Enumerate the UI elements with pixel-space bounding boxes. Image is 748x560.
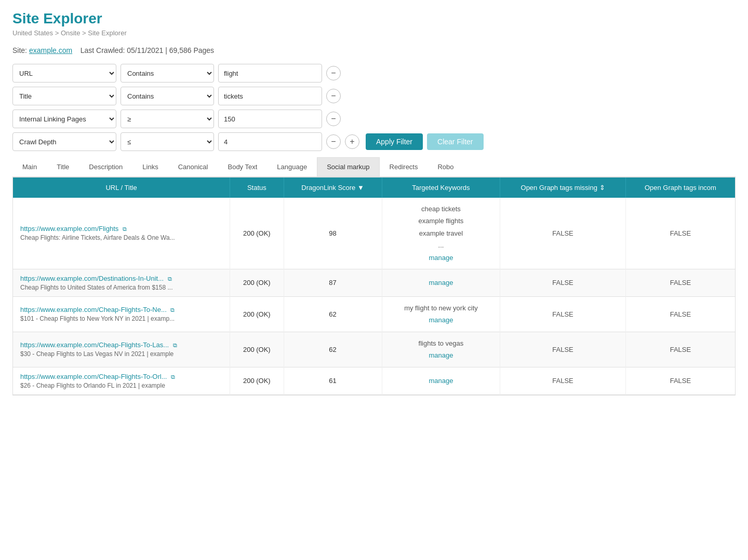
filter-row-3: URL Title Description H1 Word Count Inte… — [12, 110, 736, 128]
tabs-bar: Main Title Description Links Canonical B… — [12, 157, 736, 177]
page-desc-1: Cheap Flights: Airline Tickets, Airfare … — [20, 234, 222, 241]
filter-remove-2[interactable]: − — [326, 89, 341, 103]
og-incom-4: FALSE — [625, 332, 735, 367]
manage-link-1[interactable]: manage — [429, 254, 453, 262]
score-3: 62 — [284, 296, 382, 332]
score-5: 61 — [284, 367, 382, 394]
manage-link-4[interactable]: manage — [429, 351, 453, 359]
table-row: https://www.example.com/Flights ⧉ Cheap … — [13, 198, 735, 269]
tab-social-markup[interactable]: Social markup — [317, 157, 379, 176]
filter-field-1[interactable]: URL Title Description H1 Word Count Inte… — [12, 64, 116, 83]
filter-operator-2[interactable]: Contains Does Not Contain Equals Starts … — [121, 87, 214, 105]
og-incom-2: FALSE — [625, 269, 735, 296]
url-link-4[interactable]: https://www.example.com/Cheap-Flights-To… — [20, 341, 169, 349]
sort-score-icon: ▼ — [357, 184, 364, 192]
keywords-2: manage — [382, 269, 500, 296]
page-desc-5: $26 - Cheap Flights to Orlando FL in 202… — [20, 382, 222, 389]
url-link-3[interactable]: https://www.example.com/Cheap-Flights-To… — [20, 306, 167, 313]
results-table-container: URL / Title Status DragonLink Score ▼ Ta… — [12, 177, 736, 395]
page-desc-3: $101 - Cheap Flights to New York NY in 2… — [20, 315, 222, 322]
tab-redirects[interactable]: Redirects — [380, 157, 428, 176]
og-incom-3: FALSE — [625, 296, 735, 332]
filter-operator-3[interactable]: ≥ ≤ = > < — [121, 110, 214, 128]
table-row: https://www.example.com/Destinations-In-… — [13, 269, 735, 296]
external-icon-3: ⧉ — [170, 307, 175, 313]
manage-link-2[interactable]: manage — [429, 279, 453, 286]
results-table: URL / Title Status DragonLink Score ▼ Ta… — [13, 177, 735, 395]
breadcrumb: United States > Onsite > Site Explorer — [12, 29, 736, 37]
filter-field-4[interactable]: URL Title Description H1 Word Count Inte… — [12, 132, 116, 151]
sort-og-icon: ⇕ — [599, 184, 605, 192]
site-info: Site: example.com Last Crawled: 05/11/20… — [12, 46, 736, 54]
filter-remove-1[interactable]: − — [326, 66, 341, 80]
keywords-4: flights to vegas manage — [382, 332, 500, 367]
keywords-5: manage — [382, 367, 500, 394]
page-desc-2: Cheap Flights to United States of Americ… — [20, 284, 222, 291]
status-2: 200 (OK) — [230, 269, 284, 296]
site-url-link[interactable]: example.com — [29, 46, 72, 54]
filter-add-button[interactable]: + — [345, 134, 359, 149]
og-missing-1: FALSE — [500, 198, 626, 269]
external-icon-4: ⧉ — [173, 342, 177, 348]
tab-robots[interactable]: Robo — [428, 157, 463, 176]
tab-description[interactable]: Description — [79, 157, 132, 176]
filter-field-3[interactable]: URL Title Description H1 Word Count Inte… — [12, 110, 116, 128]
page-title: Site Explorer — [12, 10, 736, 27]
status-5: 200 (OK) — [230, 367, 284, 394]
col-header-og-missing[interactable]: Open Graph tags missing ⇕ — [500, 177, 626, 198]
tab-canonical[interactable]: Canonical — [168, 157, 218, 176]
keywords-1: cheap ticketsexample flightsexample trav… — [382, 198, 500, 269]
table-row: https://www.example.com/Cheap-Flights-To… — [13, 332, 735, 367]
manage-link-3[interactable]: manage — [429, 316, 453, 324]
col-header-status: Status — [230, 177, 284, 198]
table-row: https://www.example.com/Cheap-Flights-To… — [13, 296, 735, 332]
status-1: 200 (OK) — [230, 198, 284, 269]
tab-links[interactable]: Links — [132, 157, 168, 176]
external-icon-5: ⧉ — [171, 374, 175, 380]
og-incom-5: FALSE — [625, 367, 735, 394]
filter-value-2[interactable] — [218, 87, 322, 105]
filter-operator-1[interactable]: Contains Does Not Contain Equals Starts … — [121, 64, 214, 83]
og-missing-4: FALSE — [500, 332, 626, 367]
score-1: 98 — [284, 198, 382, 269]
col-header-url-title: URL / Title — [13, 177, 230, 198]
col-header-keywords: Targeted Keywords — [382, 177, 500, 198]
status-4: 200 (OK) — [230, 332, 284, 367]
col-header-og-incom: Open Graph tags incom — [625, 177, 735, 198]
filter-remove-3[interactable]: − — [326, 112, 341, 126]
page-desc-4: $30 - Cheap Flights to Las Vegas NV in 2… — [20, 350, 222, 358]
clear-filter-button[interactable]: Clear Filter — [427, 133, 483, 150]
tab-main[interactable]: Main — [12, 157, 47, 176]
external-icon-1: ⧉ — [123, 226, 127, 232]
filter-operator-4[interactable]: ≥ ≤ = > < — [121, 132, 214, 151]
url-link-1[interactable]: https://www.example.com/Flights — [20, 225, 118, 233]
og-missing-5: FALSE — [500, 367, 626, 394]
og-missing-2: FALSE — [500, 269, 626, 296]
tab-language[interactable]: Language — [267, 157, 317, 176]
filter-value-4[interactable] — [218, 132, 322, 151]
filter-value-1[interactable] — [218, 64, 322, 83]
filter-value-3[interactable] — [218, 110, 322, 128]
table-row: https://www.example.com/Cheap-Flights-To… — [13, 367, 735, 394]
url-link-5[interactable]: https://www.example.com/Cheap-Flights-To… — [20, 373, 167, 380]
filter-row-1: URL Title Description H1 Word Count Inte… — [12, 64, 736, 83]
external-icon-2: ⧉ — [168, 276, 172, 282]
status-3: 200 (OK) — [230, 296, 284, 332]
filter-field-2[interactable]: URL Title Description H1 Word Count Inte… — [12, 87, 116, 105]
score-4: 62 — [284, 332, 382, 367]
tab-bodytext[interactable]: Body Text — [218, 157, 267, 176]
filter-actions: Apply Filter Clear Filter — [366, 133, 484, 150]
filter-remove-4[interactable]: − — [326, 134, 341, 149]
col-header-score[interactable]: DragonLink Score ▼ — [284, 177, 382, 198]
filter-row-4: URL Title Description H1 Word Count Inte… — [12, 132, 736, 151]
apply-filter-button[interactable]: Apply Filter — [366, 133, 423, 150]
filter-row-2: URL Title Description H1 Word Count Inte… — [12, 87, 736, 105]
score-2: 87 — [284, 269, 382, 296]
keywords-3: my flight to new york city manage — [382, 296, 500, 332]
tab-title[interactable]: Title — [47, 157, 79, 176]
filters-panel: URL Title Description H1 Word Count Inte… — [12, 64, 736, 151]
og-missing-3: FALSE — [500, 296, 626, 332]
manage-link-5[interactable]: manage — [429, 377, 453, 385]
url-link-2[interactable]: https://www.example.com/Destinations-In-… — [20, 275, 164, 282]
og-incom-1: FALSE — [625, 198, 735, 269]
